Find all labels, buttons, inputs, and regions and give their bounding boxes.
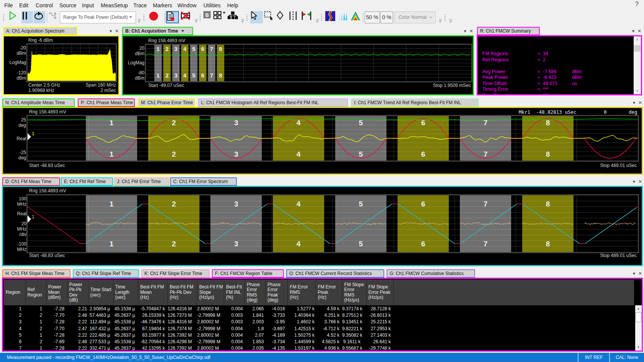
menu-item-trace[interactable]: Trace <box>133 0 147 11</box>
marker-1-pointer[interactable] <box>28 215 31 223</box>
fm-time-plot[interactable]: 11223344556677881 <box>3 187 642 265</box>
tab-i[interactable]: I: Ch1 FMCW Trend All Ref Regions Best-F… <box>351 98 479 107</box>
table-row[interactable]: 31-7.282.22112.494 µ45.1538 µ-46.73476 k… <box>4 319 634 325</box>
tab-r[interactable]: R: Ch1 FMCW Summary <box>477 27 540 35</box>
table-row[interactable]: 62-7.692.48277.533 µ45.1538 µ-62.70564 k… <box>4 338 634 345</box>
marker-diamond-button[interactable] <box>277 11 287 23</box>
window-close-button[interactable]: ✕ <box>637 179 643 185</box>
menu-item-help[interactable]: Help <box>227 0 238 11</box>
color-mode-dropdown[interactable]: Color Normal <box>394 11 436 23</box>
toolbar-overflow-button[interactable] <box>316 19 319 24</box>
pointer-tool-button[interactable] <box>250 11 263 23</box>
status-calibration[interactable]: CAL: None <box>610 353 644 362</box>
toolbar-grip[interactable] <box>200 14 201 21</box>
tab-c[interactable]: C: Ch1 FM Error Spectrum <box>170 177 237 186</box>
overlap-percent-field[interactable]: 50 % <box>365 11 380 23</box>
measurement-setup-button[interactable] <box>228 11 239 23</box>
toolbar-grip[interactable] <box>143 14 144 21</box>
table-row[interactable]: 51-7.282.22222.485 µ45.2637 µ83.15977 k1… <box>4 332 634 338</box>
tab-f[interactable]: F: Ch1 FMCW Region Table <box>212 269 284 278</box>
table-header-cell[interactable]: Region <box>4 280 25 305</box>
table-row[interactable]: 11-7.282.212.50854 µ45.1538 µ-5.704847 k… <box>4 305 634 312</box>
scroll-thumb[interactable] <box>634 45 641 52</box>
marker-flags-button[interactable] <box>301 11 313 23</box>
recording-playback-button[interactable] <box>166 11 179 23</box>
marker-1-pointer[interactable] <box>28 133 31 140</box>
table-header-cell[interactable]: Phase Error Peak (deg) <box>265 280 288 305</box>
tab-g[interactable]: G: Ch1 FMCW Cumulative Statistics <box>387 269 475 278</box>
window-minimize-button[interactable]: ▾ <box>631 100 637 106</box>
tab-k[interactable]: K: Ch1 FM Slope Error Time <box>141 269 210 278</box>
window-close-button[interactable]: ✕ <box>114 28 120 34</box>
toolbar-overflow-button[interactable] <box>195 19 198 24</box>
table-row[interactable]: 22-7.702.4857.4463 µ45.2637 µ26.15339 k1… <box>4 312 634 318</box>
table-header-cell[interactable]: Best-Fit FM INL (%) <box>224 280 245 305</box>
table-header-cell[interactable]: Power Mean (dBm) <box>46 280 67 305</box>
toolbar-overflow-button[interactable] <box>241 19 244 24</box>
help-icon[interactable]: ? <box>635 1 639 8</box>
loop-playback-button[interactable] <box>34 11 45 23</box>
block-diagram-button[interactable]: B <box>203 11 212 23</box>
toolbar-grip[interactable] <box>3 14 4 21</box>
phase-time-plot[interactable]: 11223344556677881 <box>3 108 642 174</box>
table-header-cell[interactable]: Best-Fit FM Pk-Pk Dev (Hz) <box>167 280 197 305</box>
tab-j[interactable]: J: Ch1 FM Error Time <box>114 177 169 186</box>
window-minimize-button[interactable]: ▾ <box>630 28 636 34</box>
toolbar-overflow-button[interactable] <box>439 19 442 24</box>
menu-item-source[interactable]: Source <box>59 0 76 11</box>
scroll-up-button[interactable]: ˄ <box>634 36 641 43</box>
status-reference[interactable]: INT REF <box>578 353 609 362</box>
tab-e[interactable]: E: Ch1 FM Ref Time <box>61 177 113 186</box>
table-row[interactable]: 42-7.702.47167.432 µ45.2637 µ67.19404 k1… <box>4 325 634 332</box>
spectrogram-view-button[interactable] <box>325 11 336 23</box>
table-row[interactable]: 71-7.282.22332.471 µ45.2637 µ42.13295 k1… <box>4 345 634 351</box>
range-selector-dropdown[interactable]: Range To Peak Power (Default) <box>60 11 136 23</box>
toolbar-grip[interactable] <box>444 14 446 21</box>
window-close-button[interactable]: ✕ <box>637 270 643 277</box>
summary-scrollbar[interactable]: ˄˅ <box>634 36 641 94</box>
band-markers-button[interactable] <box>289 11 300 23</box>
trigger-percent-field[interactable]: 0 % <box>380 11 393 23</box>
menu-item-control[interactable]: Control <box>36 0 53 11</box>
no-video-button[interactable] <box>180 11 192 23</box>
table-header-cell[interactable]: Power Pk-Pk Dev (dB) <box>67 280 88 305</box>
toolbar-grip[interactable] <box>321 14 322 21</box>
table-header-cell[interactable]: Time Start (sec) <box>88 280 113 305</box>
table-header-cell[interactable]: Best-Fit FM Slope (Hz/µs) <box>197 280 224 305</box>
window-layout-caret[interactable] <box>222 11 227 23</box>
menu-item-window[interactable]: Window <box>177 0 197 11</box>
tab-n[interactable]: N: Ch1 Amplitude Meas Time <box>2 98 75 107</box>
window-layout-button[interactable] <box>213 11 223 23</box>
table-header-cell[interactable]: Time Length (sec) <box>113 280 138 305</box>
zoom-select-tool-button[interactable] <box>264 11 275 23</box>
table-header-cell[interactable]: FM Slope Error RMS (Hz/µs) <box>342 280 366 305</box>
tab-a[interactable]: A: Ch1 Acquisition Spectrum <box>3 27 77 35</box>
window-close-button[interactable]: ✕ <box>637 100 643 106</box>
tab-l[interactable]: L: Ch1 FMCW Histogram All Ref Regions Be… <box>198 98 348 107</box>
waterfall-view-button[interactable] <box>338 11 348 23</box>
menu-item-input[interactable]: Input <box>82 0 94 11</box>
record-button[interactable] <box>149 11 159 23</box>
tab-b[interactable]: B: Ch1 Acquisition Time <box>122 27 193 35</box>
window-minimize-button[interactable]: ▾ <box>631 270 637 277</box>
scroll-up-button[interactable]: ▲ <box>635 305 642 312</box>
restart-button[interactable] <box>8 11 20 23</box>
tab-q[interactable]: Q: Ch1 FM Slope Ref Time <box>73 269 139 278</box>
table-header-cell[interactable]: FM Error Peak (Hz) <box>316 280 342 305</box>
menu-item-edit[interactable]: Edit <box>19 0 28 11</box>
scroll-down-button[interactable]: ˅ <box>634 88 641 94</box>
toolbar-overflow-button[interactable] <box>449 19 452 24</box>
tab-o[interactable]: O: Ch1 FMCW Current Record Statistics <box>286 269 384 278</box>
table-scrollbar[interactable]: ▲▼ <box>635 305 642 351</box>
pause-button[interactable] <box>21 11 33 23</box>
table-header-cell[interactable]: Ref Region <box>25 280 46 305</box>
menu-item-meassetup[interactable]: MeasSetup <box>101 0 128 11</box>
table-header-cell[interactable]: FM Slope Error Peak (Hz/µs) <box>366 280 393 305</box>
table-header-cell[interactable]: Phase Error RMS (deg) <box>245 280 265 305</box>
window-minimize-button[interactable]: ▾ <box>631 179 637 185</box>
table-header-cell[interactable]: FM Error RMS (Hz) <box>288 280 316 305</box>
menu-item-utilities[interactable]: Utilities <box>203 0 221 11</box>
tab-m[interactable]: M: Ch1 Phase Error Time <box>138 98 195 107</box>
tab-d[interactable]: D: Ch1 FM Meas Time <box>2 177 60 186</box>
window-close-button[interactable]: ✕ <box>468 28 474 34</box>
